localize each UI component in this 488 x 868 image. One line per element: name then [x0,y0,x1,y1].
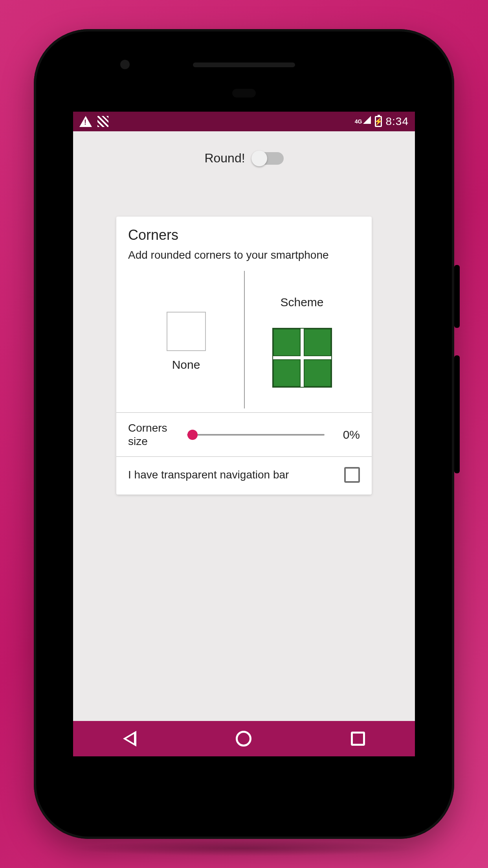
option-scheme-label: Scheme [280,296,323,309]
hatch-icon [97,116,108,127]
corners-card: Corners Add rounded corners to your smar… [116,217,372,495]
network-signal-icon: 4G [355,118,371,125]
status-time: 8:34 [386,115,409,128]
corners-size-label: Corners size [128,421,179,448]
option-none[interactable]: None [128,271,244,412]
corners-size-row: Corners size 0% [128,413,360,456]
corners-size-slider[interactable] [187,434,325,436]
status-bar: 4G ⚡ 8:34 [73,112,415,131]
option-scheme[interactable]: Scheme [244,271,360,412]
nav-home-icon[interactable] [236,731,251,747]
transparent-nav-label: I have transparent navigation bar [128,469,289,481]
none-preview-icon [167,312,206,351]
corners-size-value: 0% [332,428,360,441]
phone-frame: 4G ⚡ 8:34 Round! Corners Add rounded cor… [34,29,454,839]
round-toggle-label: Round! [204,151,245,166]
nav-recent-icon[interactable] [351,732,365,746]
round-toggle[interactable] [252,152,284,165]
warning-icon [79,116,92,127]
screen: 4G ⚡ 8:34 Round! Corners Add rounded cor… [73,112,415,756]
battery-charging-icon: ⚡ [375,116,382,127]
corner-style-options: None Scheme [128,271,360,412]
card-subtitle: Add rounded corners to your smartphone [128,249,360,261]
vertical-divider [244,271,245,408]
transparent-nav-checkbox[interactable] [344,467,360,483]
app-content: Round! Corners Add rounded corners to yo… [73,131,415,495]
transparent-nav-row[interactable]: I have transparent navigation bar [128,457,360,495]
phone-camera [120,60,130,69]
round-toggle-row: Round! [73,151,415,166]
option-none-label: None [172,358,200,371]
phone-sensor-pill [232,89,256,97]
android-nav-bar [73,721,415,756]
card-title: Corners [128,227,360,243]
slider-thumb-icon [187,430,198,440]
scheme-preview-icon [272,328,332,388]
nav-back-icon[interactable] [123,731,136,747]
phone-speaker [193,63,295,67]
toggle-knob-icon [251,151,267,166]
phone-shadow [67,840,421,856]
